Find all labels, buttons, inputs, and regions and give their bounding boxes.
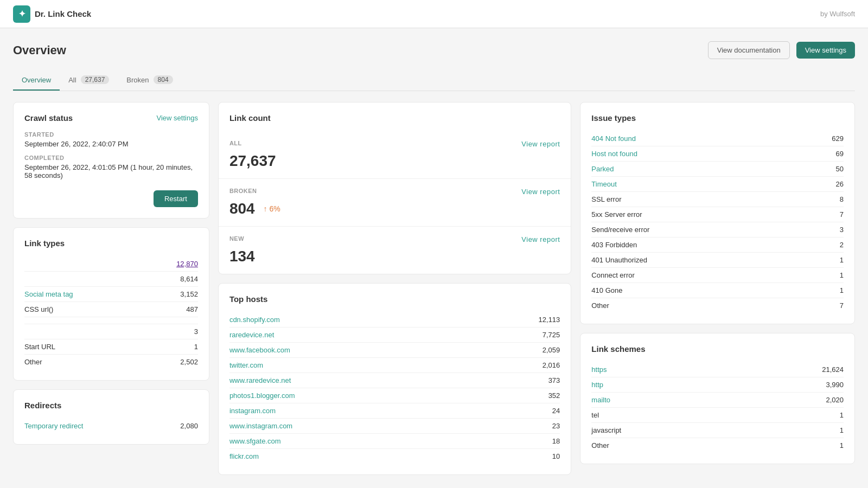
list-item: </span> <span data-name="link-type-count… [24,317,198,324]
link-count-card: Link count ALL View report 27,637 BROKEN… [218,102,571,274]
list-item: mailto 2,020 [591,393,844,408]
tabs-bar: Overview All 27,637 Broken 804 [13,70,855,91]
header: ✦ Dr. Link Check by Wulfsoft [0,0,868,28]
list-item: 3 [24,324,198,339]
issue-count: 50 [836,165,844,173]
link-type-count: 3,152 [180,290,198,298]
scheme-count: 21,624 [822,365,844,374]
list-item: instagram.com 24 [229,403,560,419]
issue-types-list: 404 Not found 629 Host not found 69 Park… [591,131,844,313]
started-value: September 26, 2022, 2:40:07 PM [24,140,198,148]
host-name[interactable]: instagram.com [229,407,276,415]
crawl-status-view-settings-link[interactable]: View settings [157,114,198,122]
scheme-count: 1 [840,426,844,434]
list-item: 410 Gone 1 [591,283,844,298]
tab-broken-label: Broken [126,76,149,84]
list-item: www.raredevice.net 373 [229,373,560,388]
host-name[interactable]: twitter.com [229,361,263,369]
list-item: www.sfgate.com 18 [229,434,560,449]
list-item: SSL error 8 [591,192,844,207]
all-view-report-link[interactable]: View report [521,140,560,148]
all-metric-value: 27,637 [229,152,560,170]
host-name[interactable]: photos1.blogger.com [229,391,295,400]
scheme-count: 3,990 [826,381,844,389]
issue-count: 1 [840,286,844,294]
scheme-count: 1 [840,441,844,450]
link-count-title: Link count [229,113,560,123]
redirects-list: Temporary redirect 2,080 [24,419,198,433]
host-name[interactable]: cdn.shopify.com [229,316,280,324]
tab-broken[interactable]: Broken 804 [118,70,181,91]
new-metric-label: NEW View report [229,235,560,243]
issue-count: 7 [840,210,844,219]
host-name[interactable]: www.instagram.com [229,422,292,430]
issue-types-card: Issue types 404 Not found 629 Host not f… [580,102,855,324]
link-schemes-title: Link schemes [591,344,844,354]
issue-count: 2 [840,241,844,249]
new-metric-value: 134 [229,248,560,265]
host-count: 18 [552,437,560,445]
right-column: Issue types 404 Not found 629 Host not f… [580,102,855,475]
main-content: Overview View documentation View setting… [0,28,868,488]
list-item: http 3,990 [591,377,844,393]
link-types-title: Link types [24,239,198,248]
link-type-count: 1 [194,343,198,351]
link-types-list: 12,870 8,614 Social meta tag 3,152 CSS u… [24,256,198,369]
list-item: 8,614 [24,272,198,287]
link-count-new-section: NEW View report 134 [219,227,571,274]
link-type-name[interactable]: Social meta tag [24,290,73,298]
issue-count: 1 [840,256,844,264]
list-item: https 21,624 [591,362,844,377]
link-count-broken-section: BROKEN View report 804 ↑ 6% [219,179,571,227]
issue-count: 26 [836,180,844,188]
top-hosts-card: Top hosts cdn.shopify.com 12,113 raredev… [218,283,571,475]
redirect-name[interactable]: Temporary redirect [24,422,83,430]
tab-overview[interactable]: Overview [13,70,60,91]
list-item: flickr.com 10 [229,449,560,464]
issue-name[interactable]: 404 Not found [591,134,636,143]
left-column: Crawl status View settings STARTED Septe… [13,102,209,475]
issue-name[interactable]: Timeout [591,180,616,188]
scheme-name[interactable]: mailto [591,396,610,404]
issue-name[interactable]: Parked [591,165,614,173]
started-label: STARTED [24,131,198,138]
main-grid: Crawl status View settings STARTED Septe… [13,102,855,475]
scheme-name[interactable]: https [591,365,607,374]
host-name[interactable]: www.sfgate.com [229,437,281,445]
list-item: Other 7 [591,298,844,313]
host-name[interactable]: raredevice.net [229,331,274,339]
host-count: 12,113 [539,316,560,324]
list-item: Temporary redirect 2,080 [24,419,198,433]
view-documentation-button[interactable]: View documentation [708,41,790,59]
top-hosts-title: Top hosts [229,294,560,304]
list-item: javascript 1 [591,423,844,438]
redirects-card: Redirects Temporary redirect 2,080 [13,389,209,445]
new-view-report-link[interactable]: View report [521,235,560,243]
list-item: 401 Unauthorized 1 [591,253,844,268]
restart-button[interactable]: Restart [154,190,198,207]
issue-name: 5xx Server error [591,210,642,219]
link-type-name: CSS url() [24,305,53,313]
link-type-name: Start URL [24,343,55,351]
host-name[interactable]: www.raredevice.net [229,376,291,384]
host-count: 10 [552,452,560,460]
issue-name[interactable]: Host not found [591,150,637,158]
list-item: 404 Not found 629 [591,131,844,146]
tab-overview-label: Overview [22,76,51,84]
view-settings-button[interactable]: View settings [796,42,855,59]
host-count: 24 [552,407,560,415]
tab-all[interactable]: All 27,637 [60,70,118,91]
host-name[interactable]: flickr.com [229,452,259,460]
host-name[interactable]: www.facebook.com [229,346,290,354]
broken-view-report-link[interactable]: View report [521,188,560,196]
issue-name: Connect error [591,271,634,279]
host-count: 352 [548,391,560,400]
scheme-name[interactable]: http [591,381,603,389]
redirects-title: Redirects [24,401,198,410]
issue-name: 410 Gone [591,286,622,294]
page-header: Overview View documentation View setting… [13,41,855,59]
tab-broken-badge: 804 [154,75,173,84]
link-type-count: 8,614 [180,275,198,283]
issue-name: SSL error [591,195,621,203]
list-item: Other 2,502 [24,355,198,369]
